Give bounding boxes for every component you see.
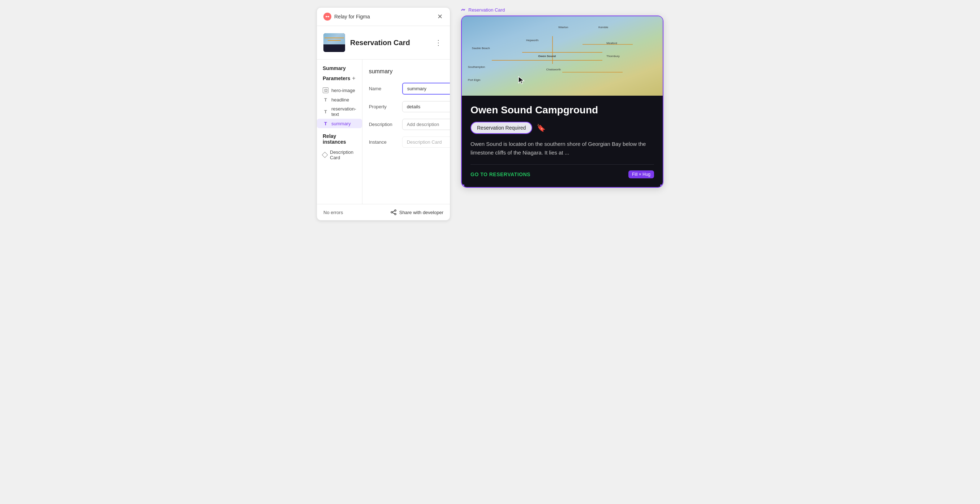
map-label-thornbury: Thornbury [606, 54, 619, 58]
pane-header: summary 🗑 [369, 67, 450, 76]
card-description: Owen Sound is located on the southern sh… [471, 140, 654, 157]
svg-point-3 [395, 210, 396, 211]
text-icon-summary: T [323, 120, 328, 126]
parameters-header: Parameters + [317, 75, 362, 86]
param-headline-label: headline [331, 97, 349, 103]
relay-logo-icon [323, 13, 331, 21]
card-dark-section: Owen Sound Campground Reservation Requir… [462, 96, 663, 187]
share-icon [391, 209, 396, 215]
svg-point-0 [326, 16, 327, 17]
map-road-2 [492, 60, 602, 61]
map-label-sauble: Sauble Beach [472, 47, 490, 50]
component-header-left: Reservation Card [323, 33, 410, 52]
share-button[interactable]: Share with developer [391, 209, 443, 215]
svg-line-7 [393, 212, 395, 214]
map-label-portelgin: Port Elgin [468, 78, 480, 82]
preview-component-name: Reservation Card [468, 7, 505, 13]
description-input[interactable] [402, 119, 450, 130]
more-options-button[interactable]: ⋮ [433, 37, 443, 48]
panel-header: Relay for Figma ✕ [317, 8, 450, 26]
svg-point-9 [464, 10, 465, 11]
parameters-title: Parameters [323, 76, 350, 81]
text-icon-headline: T [323, 97, 328, 103]
property-select-wrapper: details summary title description ▾ [402, 101, 450, 112]
description-label: Description [369, 122, 398, 127]
close-button[interactable]: ✕ [436, 13, 443, 21]
description-row: Description [369, 119, 450, 130]
preview-label: Reservation Card [461, 7, 663, 13]
param-summary[interactable]: T summary [317, 119, 362, 128]
right-panel: Reservation Card Wiarton Kemble Sauble B… [461, 7, 663, 188]
text-icon-reservation: T [323, 109, 328, 114]
param-reservation-text-label: reservation-text [331, 106, 356, 117]
bookmark-button[interactable]: 🔖 [537, 124, 546, 132]
param-summary-label: summary [331, 121, 350, 126]
card-badges: Reservation Required 🔖 [471, 122, 654, 134]
summary-section-title: Summary [317, 65, 362, 75]
param-hero-image[interactable]: ⊡ hero-image [317, 86, 362, 95]
right-pane: summary 🗑 Name Property details summary … [363, 60, 450, 204]
param-reservation-text[interactable]: T reservation-text [317, 105, 362, 119]
map-label-wiarton: Wiarton [558, 25, 568, 29]
card-map: Wiarton Kemble Sauble Beach Hepworth Owe… [462, 16, 663, 96]
instance-row: Instance Description Card ⊕ [369, 136, 450, 147]
diamond-icon [322, 152, 328, 158]
go-reservations-button[interactable]: GO TO RESERVATIONS [471, 171, 530, 177]
param-headline[interactable]: T headline [317, 95, 362, 105]
svg-line-6 [393, 211, 395, 212]
map-road-4 [562, 72, 623, 73]
left-panel: Relay for Figma ✕ Reservation Card ⋮ Sum… [317, 7, 450, 220]
fill-hug-badge: Fill × Hug [628, 170, 654, 178]
name-input[interactable] [402, 83, 450, 95]
corner-handle-bl [461, 184, 465, 187]
card-preview: Wiarton Kemble Sauble Beach Hepworth Owe… [461, 16, 663, 188]
relay-description-card-label: Description Card [330, 149, 356, 160]
left-sidebar: Summary Parameters + ⊡ hero-image T head… [317, 60, 363, 204]
component-header: Reservation Card ⋮ [317, 26, 450, 60]
reservation-badge: Reservation Required [471, 122, 532, 134]
svg-point-4 [391, 212, 393, 213]
property-select[interactable]: details summary title description [402, 101, 450, 112]
component-thumbnail [323, 33, 345, 52]
bottom-bar: No errors Share with developer [317, 204, 450, 220]
instance-value: Description Card [402, 136, 450, 147]
panel-body: Summary Parameters + ⊡ hero-image T head… [317, 60, 450, 204]
panel-title: Relay for Figma [334, 14, 370, 19]
card-title: Owen Sound Campground [471, 105, 654, 116]
map-label-meaford: Meaford [606, 41, 617, 45]
property-label: Property [369, 104, 398, 109]
param-hero-image-label: hero-image [331, 88, 355, 93]
name-row: Name [369, 83, 450, 95]
svg-point-1 [328, 16, 329, 17]
share-label: Share with developer [399, 210, 443, 215]
svg-point-8 [461, 10, 463, 11]
property-row: Property details summary title descripti… [369, 101, 450, 112]
thumbnail-map [323, 33, 345, 44]
map-label-kemble: Kemble [598, 25, 608, 29]
thumbnail-dark [323, 44, 345, 52]
relay-preview-icon [461, 8, 466, 13]
pane-title: summary [369, 68, 393, 75]
map-label-hepworth: Hepworth [526, 39, 538, 42]
component-name: Reservation Card [350, 39, 410, 47]
map-road-1 [522, 52, 602, 53]
corner-handle-br [660, 184, 663, 187]
relay-instances-title: Relay instances [317, 128, 362, 147]
svg-point-5 [395, 213, 396, 215]
panel-header-left: Relay for Figma [323, 13, 370, 21]
no-errors-label: No errors [323, 210, 343, 215]
map-label-chatsworth: Chatsworth [546, 68, 561, 71]
relay-description-card[interactable]: Description Card [317, 147, 362, 162]
add-parameter-button[interactable]: + [351, 75, 356, 82]
name-label: Name [369, 86, 398, 91]
card-footer: GO TO RESERVATIONS Fill × Hug [471, 164, 654, 178]
map-road-3 [552, 36, 553, 64]
map-label-southampton: Southampton [468, 65, 485, 68]
instance-label: Instance [369, 139, 398, 145]
image-icon: ⊡ [323, 87, 328, 93]
map-label-owensound: Owen Sound [538, 54, 556, 58]
